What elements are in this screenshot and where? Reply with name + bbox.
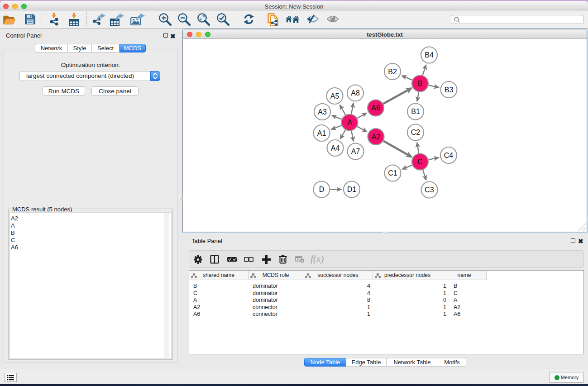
svg-text:B2: B2 bbox=[388, 68, 397, 76]
svg-text:A5: A5 bbox=[330, 92, 339, 100]
svg-text:B4: B4 bbox=[425, 51, 434, 59]
svg-text:C3: C3 bbox=[425, 186, 434, 194]
svg-text:C2: C2 bbox=[411, 129, 421, 136]
svg-text:C: C bbox=[417, 158, 423, 166]
svg-text:D1: D1 bbox=[347, 186, 357, 193]
svg-text:C4: C4 bbox=[444, 152, 454, 159]
svg-text:B1: B1 bbox=[411, 108, 420, 115]
svg-text:A1: A1 bbox=[317, 129, 326, 137]
svg-text:A8: A8 bbox=[351, 89, 360, 97]
svg-text:B3: B3 bbox=[445, 86, 454, 94]
svg-text:A7: A7 bbox=[351, 148, 360, 155]
svg-text:C1: C1 bbox=[388, 169, 397, 177]
svg-text:A4: A4 bbox=[331, 144, 340, 152]
svg-text:B: B bbox=[418, 80, 423, 87]
svg-text:A3: A3 bbox=[318, 108, 327, 116]
svg-text:A2: A2 bbox=[372, 133, 381, 141]
svg-text:A6: A6 bbox=[371, 104, 380, 112]
svg-text:A: A bbox=[347, 119, 352, 126]
svg-text:D: D bbox=[319, 186, 325, 193]
